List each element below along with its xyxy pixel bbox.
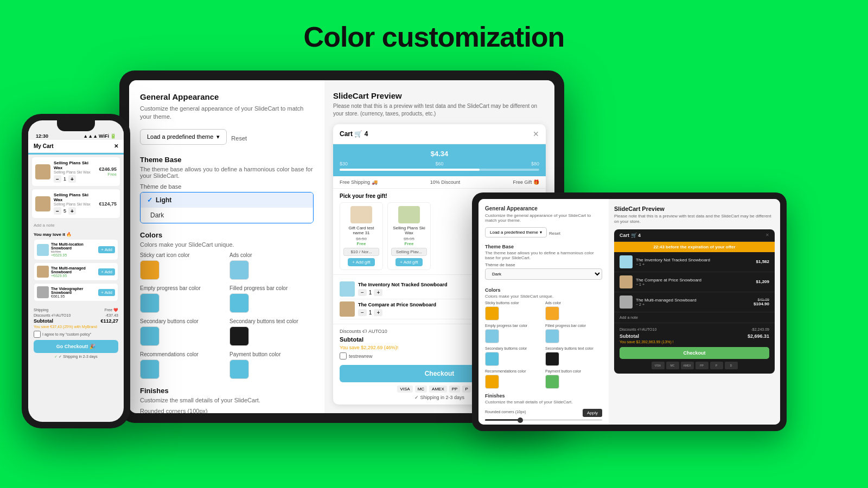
upsell-add-btn-3[interactable]: + Add (98, 289, 115, 296)
secondary-btn-swatch[interactable] (140, 326, 159, 346)
phone-upsell-name-2: The Multi-managed Snowboard +€629.95 (51, 266, 98, 278)
m2-sticky-swatch[interactable] (485, 306, 499, 320)
m2-secondary-swatch[interactable] (485, 352, 499, 366)
phone-upsell-section: You may love it 🔥 The Multi-location Sno… (28, 230, 124, 306)
add-gift-btn-1[interactable]: + Add gift (348, 258, 375, 266)
dark-qty-minus-1[interactable]: − (636, 262, 638, 266)
cart-item-info-1: The Inventory Not Tracked Snowboard − 1 … (358, 282, 448, 296)
monitor2-reset-btn[interactable]: Reset (549, 231, 560, 236)
phone-upsell-name-1: The Multi-location Snowboard €170m +€629… (51, 242, 98, 257)
phone-shipping-info: ✓ ✓ Shipping in 2-3 days (34, 355, 118, 359)
colors-desc: Colors make your SlideCart unique. (140, 241, 314, 248)
dark-qty-plus-3[interactable]: + (642, 303, 644, 306)
theme-actions: Load a predefined theme ▾ Reset (140, 129, 314, 148)
ads-swatch[interactable] (229, 260, 249, 280)
dark-cart-qty-3: − 2 + (636, 303, 697, 306)
dark-qty-plus-1[interactable]: + (642, 262, 644, 266)
m2-payment-swatch[interactable] (545, 375, 559, 389)
empty-progress-swatch[interactable] (140, 293, 159, 313)
monitor2-apply-btn[interactable]: Apply (583, 409, 602, 417)
theme-option-dark[interactable]: Dark (141, 208, 313, 223)
dark-cart-qty-2: − 1 + (636, 282, 701, 286)
upsell-add-btn-1[interactable]: + Add (98, 246, 115, 253)
dark-visa-icon: VISA (652, 362, 665, 369)
cart-qty-plus-1[interactable]: + (374, 289, 382, 296)
m2-filled-swatch[interactable] (545, 329, 559, 343)
monitor2-load-btn[interactable]: Load a predefined theme ▾ (485, 227, 547, 237)
cart-qty-minus-2[interactable]: − (358, 309, 367, 316)
phone-qty-1: − 1 + (54, 175, 95, 183)
monitor2-theme-label: Thème de base (485, 262, 602, 267)
theme-dropdown[interactable]: ✓ Light Dark (140, 192, 314, 223)
dark-add-note[interactable]: Add a note (614, 312, 775, 323)
dark-cart-header: Cart 🛒 4 ✕ (614, 229, 775, 242)
checkmark-icon: ✓ (54, 355, 58, 358)
phone-discount-line: Discounts 🏷 AUTO10 -€37.43 (34, 313, 118, 317)
monitor2-left-panel: General Appearance Customize the general… (478, 199, 609, 425)
phone-product-info-2: Selling Plans Ski Wax Selling Plans Ski … (54, 192, 95, 215)
upsell-add-btn-2[interactable]: + Add (98, 268, 115, 275)
sticky-cart-swatch[interactable] (140, 260, 159, 280)
dark-qty-plus-2[interactable]: + (642, 282, 644, 286)
phone-product-info-1: Selling Plans Ski Wax Selling Plans Ski … (54, 160, 95, 183)
phone-checkout-btn[interactable]: Go Checkout! 🎉 (34, 340, 118, 353)
reset-btn[interactable]: Reset (231, 135, 247, 142)
second-monitor: General Appearance Customize the general… (472, 192, 787, 431)
dark-cart-item-info-2: The Compare at Price Snowboard − 1 + (636, 278, 701, 286)
secondary-btn-text-swatch[interactable] (229, 326, 249, 346)
phone-add-note[interactable]: Add a note (28, 221, 124, 230)
dark-cart-close-icon[interactable]: ✕ (765, 233, 769, 237)
page-title: Color customization (0, 0, 868, 53)
dark-d-icon: D (725, 362, 738, 369)
load-theme-btn[interactable]: Load a predefined theme ▾ (140, 129, 227, 145)
policy-checkbox[interactable] (34, 331, 41, 338)
m2-ads-swatch[interactable] (545, 306, 559, 320)
progress-milestones: $30 $60 $80 (340, 161, 539, 166)
cart-progress-amount: $4.34 (340, 150, 539, 158)
gift-card-option-1[interactable]: $10 / Nor... (343, 248, 379, 256)
phone-cart-title: My Cart (34, 143, 54, 149)
gift-card-option-2[interactable]: Selling Plav... (391, 248, 427, 256)
gift-card-price-2: $5.95 (391, 236, 427, 241)
phone-policy-line: I agree to my "custom policy" (34, 331, 118, 338)
dark-cart-item-left-2: The Compare at Price Snowboard − 1 + (620, 275, 701, 288)
cart-close-btn[interactable]: ✕ (533, 130, 539, 138)
phone-product-img-2 (35, 196, 50, 211)
theme-option-light[interactable]: ✓ Light (141, 192, 313, 208)
cart-header-title: Cart 🛒 4 (340, 130, 368, 138)
reward-discount: 10% Discount (430, 179, 461, 185)
cart-policy-checkbox[interactable] (340, 352, 347, 359)
dark-mc-icon: MC (666, 362, 679, 369)
phone-qty-plus-2[interactable]: + (68, 207, 76, 215)
phone-qty-minus-2[interactable]: − (54, 207, 61, 215)
m2-recommendations-swatch[interactable] (485, 375, 499, 389)
dark-cart-item-img-3 (620, 296, 633, 309)
monitor2-slider-thumb[interactable] (518, 418, 523, 423)
monitor2-theme-select[interactable]: Dark (485, 268, 602, 280)
dark-cart-checkout-btn[interactable]: Checkout (620, 347, 769, 359)
cart-qty-minus-1[interactable]: − (358, 289, 367, 296)
dark-qty-minus-2[interactable]: − (636, 282, 638, 286)
filled-progress-swatch[interactable] (229, 293, 249, 313)
recommendations-swatch[interactable] (140, 359, 159, 379)
m2-ads-color: Ads color (545, 301, 602, 320)
add-gift-btn-2[interactable]: + Add gift (395, 258, 423, 266)
phone-product-2: Selling Plans Ski Wax Selling Plans Ski … (31, 189, 120, 219)
dark-qty-minus-3[interactable]: − (636, 303, 638, 306)
monitor2-slider[interactable] (485, 419, 602, 421)
dark-cart-discount: Discounts 🏷 AUTO10 -$2,243.09 (620, 328, 769, 331)
payment-btn-swatch[interactable] (229, 359, 249, 379)
m2-secondary-text-color: Secondary buttons text color (545, 346, 602, 366)
m2-payment-color: Payment button color (545, 369, 602, 389)
phone-qty-minus-1[interactable]: − (54, 175, 61, 183)
m2-empty-swatch[interactable] (485, 329, 499, 343)
dark-payment-methods: VISA MC AMEX PP P D (620, 362, 769, 369)
cart-qty-plus-2[interactable]: + (374, 309, 382, 316)
dark-cart-item-img-1 (620, 255, 633, 268)
phone-cart-close-icon[interactable]: ✕ (114, 143, 118, 149)
m2-secondary-text-swatch[interactable] (545, 352, 559, 366)
payment-btn-color: Payment button color (229, 351, 314, 379)
monitor2-heading: General Appearance (485, 206, 602, 211)
phone-qty-plus-1[interactable]: + (68, 175, 76, 183)
colors-heading: Colors (140, 231, 314, 239)
